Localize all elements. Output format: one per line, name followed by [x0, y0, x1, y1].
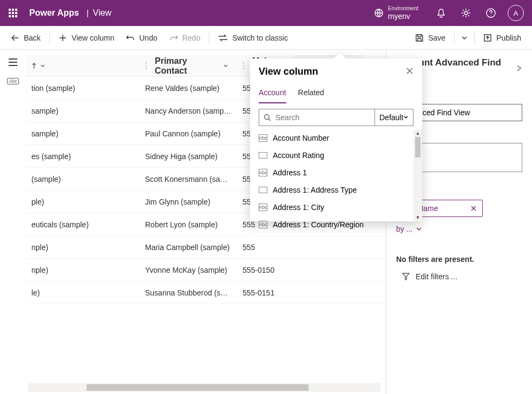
cell-account: euticals (sample) [26, 220, 140, 229]
scroll-down-button[interactable]: ▼ [413, 214, 422, 221]
bell-icon [436, 8, 446, 18]
redo-button[interactable]: Redo [165, 30, 205, 45]
svg-point-1 [464, 11, 468, 15]
chevron-down-icon [223, 63, 228, 69]
column-option-label: Account Number [273, 134, 329, 142]
column-option[interactable]: AbcAddress 1: Country/Region [259, 216, 411, 233]
chevron-down-icon [416, 226, 422, 232]
cell-account: tion (sample) [26, 84, 140, 93]
plus-icon [58, 34, 67, 42]
search-input[interactable] [275, 113, 370, 122]
field-type-icon: Abc [259, 134, 267, 142]
column-option-label: Address 1: Country/Region [273, 220, 364, 229]
arrow-left-icon [11, 34, 19, 42]
switch-classic-button[interactable]: Switch to classic [214, 30, 292, 45]
back-label: Back [24, 34, 41, 42]
horizontal-scrollbar[interactable] [28, 383, 380, 392]
tab-account[interactable]: Account [259, 85, 286, 103]
gear-icon [461, 8, 471, 18]
publish-icon [483, 34, 492, 42]
close-icon[interactable] [470, 205, 477, 212]
chevron-down-icon [40, 63, 45, 69]
publish-label: Publish [496, 34, 521, 42]
column-option[interactable]: Account Rating [259, 147, 411, 164]
cell-account: (sample) [26, 175, 140, 183]
avatar: A [508, 5, 524, 21]
environment-picker[interactable]: Environment myenv [367, 5, 425, 21]
undo-button[interactable]: Undo [122, 30, 161, 45]
help-button[interactable] [482, 0, 500, 26]
hamburger-button[interactable] [8, 58, 18, 68]
cell-account: nple) [26, 266, 140, 274]
column-option-label: Address 1: Address Type [273, 186, 357, 194]
search-icon [264, 114, 271, 121]
column-header-primary-contact[interactable]: ⋮ Primary Contact [136, 56, 234, 76]
field-type-icon: Abc [259, 169, 267, 176]
column-option[interactable]: AbcAddress 1: City [259, 199, 411, 216]
scrollbar-thumb[interactable] [87, 384, 308, 391]
column-option[interactable]: AbcAddress 1 [259, 164, 411, 181]
help-icon [486, 8, 496, 18]
cell-contact: Nancy Anderson (sample) [140, 107, 237, 115]
cell-account: sample) [26, 129, 140, 138]
table-row[interactable]: nple)Yvonne McKay (sample)555-0150 [26, 259, 386, 281]
popover-close-button[interactable] [406, 67, 413, 77]
svg-point-4 [265, 115, 270, 120]
filter-icon [402, 272, 410, 281]
redo-label: Redo [182, 34, 200, 42]
account-button[interactable]: A [507, 0, 524, 26]
title-separator: | [82, 9, 93, 17]
settings-button[interactable] [457, 0, 475, 26]
cell-contact: Rene Valdes (sample) [140, 84, 237, 93]
save-icon [415, 34, 424, 42]
field-type-icon: Abc [259, 221, 267, 228]
field-type-icon [259, 187, 267, 193]
chevron-right-icon[interactable] [515, 64, 522, 72]
column-option-label: Address 1: City [273, 203, 324, 212]
close-icon [406, 67, 413, 75]
cell-contact: Sidney Higa (sample) [140, 152, 237, 161]
field-type-icon: Abc [259, 203, 267, 211]
edit-filters-button[interactable]: Edit filters ... [402, 272, 522, 281]
search-field[interactable] [259, 109, 375, 126]
drag-handle-icon: ⋮ [142, 61, 150, 71]
view-column-button[interactable]: View column [54, 30, 119, 45]
view-column-popover: View column Account Related Default AbcA… [250, 58, 422, 221]
cell-phone: 555 [237, 243, 297, 252]
app-launcher[interactable] [0, 0, 26, 26]
cell-contact: Jim Glynn (sample) [140, 198, 237, 206]
cell-contact: Robert Lyon (sample) [140, 220, 237, 229]
publish-button[interactable]: Publish [479, 30, 526, 45]
sort-dropdown[interactable]: Default [375, 109, 413, 126]
field-icon[interactable]: Abc [7, 78, 19, 84]
notifications-button[interactable] [432, 0, 450, 26]
column-option[interactable]: AbcAccount Number [259, 129, 411, 147]
column-header-1[interactable] [26, 63, 140, 69]
table-row[interactable]: nple)Maria Campbell (sample)555 [26, 236, 386, 259]
scroll-up-button[interactable]: ▲ [413, 129, 422, 137]
cell-contact: Susanna Stubberod (samp... [140, 288, 237, 297]
switch-icon [218, 34, 228, 42]
filters-heading: No filters are present. [396, 255, 522, 264]
environment-icon [374, 8, 384, 18]
table-row[interactable]: le)Susanna Stubberod (samp...555-0151 [26, 281, 386, 304]
undo-label: Undo [139, 34, 157, 42]
command-bar: Back View column Undo Redo Switch to cla… [0, 26, 532, 50]
tab-related[interactable]: Related [298, 85, 324, 103]
cell-contact: Yvonne McKay (sample) [140, 266, 237, 274]
back-button[interactable]: Back [6, 30, 45, 45]
sort-by-link[interactable]: by ... [396, 225, 522, 233]
drag-handle-icon: ⋮ [239, 61, 248, 71]
cell-contact: Paul Cannon (sample) [140, 129, 237, 138]
popover-title: View column [259, 66, 318, 77]
view-column-label: View column [71, 34, 114, 42]
save-button[interactable]: Save [411, 30, 450, 45]
save-dropdown[interactable] [459, 31, 470, 44]
sort-asc-icon [31, 63, 37, 69]
column-option-label: Address 1 [273, 168, 307, 177]
column-option[interactable]: Address 1: Address Type [259, 181, 411, 199]
scrollbar-thumb[interactable] [415, 137, 421, 157]
save-label: Save [428, 34, 445, 42]
cell-account: es (sample) [26, 152, 140, 161]
popover-scrollbar[interactable]: ▲ ▼ [413, 129, 422, 221]
